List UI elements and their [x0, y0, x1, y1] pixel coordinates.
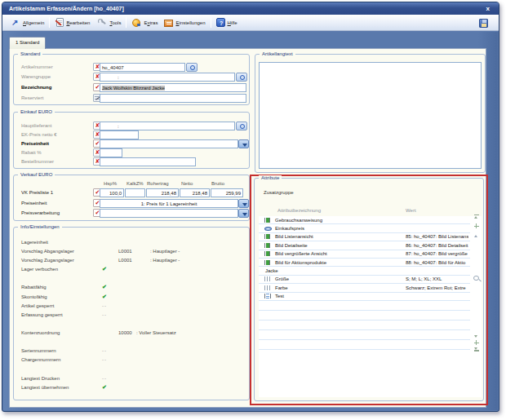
warengruppe-input[interactable]: :	[100, 73, 235, 82]
artikelnummer-browse-button[interactable]	[186, 63, 198, 72]
scroll-to-bottom-icon[interactable]	[474, 347, 479, 351]
info-row-status[interactable]	[102, 376, 118, 381]
hauptlieferant-browse-button[interactable]	[236, 122, 247, 130]
vk-preiseinheit-dropdown-button[interactable]	[238, 199, 249, 208]
attribute-name: Jacke	[265, 268, 278, 273]
magnifier-icon[interactable]	[473, 276, 481, 283]
bestellnummer-label: Bestellnummer	[21, 159, 54, 164]
attribute-name: Bild Detailseite	[275, 243, 308, 248]
info-row-label: Vorschlag Zugangslager	[21, 258, 102, 263]
attribute-name: Farbe	[275, 285, 288, 290]
menu-separator	[49, 17, 50, 28]
bestellnummer-input[interactable]	[100, 157, 196, 166]
attribute-type-icon	[264, 243, 270, 248]
info-row: Rabattfähig	[21, 283, 246, 292]
info-row-label: Lagereinheit	[21, 240, 102, 245]
info-row: Lager verbuchen	[21, 265, 246, 274]
info-row-label: Skontofähig	[21, 294, 102, 299]
attribute-type-icon	[264, 294, 271, 298]
attribute-row-icon-cell	[264, 234, 275, 239]
info-row-label: Lager verbuchen	[21, 267, 102, 272]
attribute-row[interactable]: Bild vergrößerte Ansicht 87: ho_40407: B…	[259, 250, 470, 259]
rabatt-input[interactable]	[100, 148, 122, 157]
menu-separator	[211, 17, 211, 28]
vk-preiseinheit-select[interactable]: 1: Preis für 1 Lagereinheit	[100, 199, 238, 208]
scroll-buttons-bottom[interactable]	[473, 334, 479, 351]
scroll-to-top-icon[interactable]	[474, 214, 479, 219]
ek-preis-input[interactable]	[100, 130, 139, 139]
attribute-row[interactable]: Farbe Schwarz; Extrem Rot; Extre	[259, 284, 470, 292]
menu-separator	[126, 17, 126, 28]
col-rohertrag: Rohertrag	[147, 181, 169, 186]
attribute-rows: Gebrauchsanweisung Einkaufspreis	[259, 216, 482, 301]
add-row-icon[interactable]	[474, 223, 479, 228]
attribute-row[interactable]: Test	[259, 293, 470, 301]
artikelnummer-input[interactable]: ho_40407	[100, 63, 185, 72]
info-row-code: L0001	[118, 249, 150, 254]
kalkz-input[interactable]	[125, 188, 145, 197]
scroll-down-icon[interactable]	[474, 334, 479, 338]
hauptlieferant-input[interactable]: :	[100, 122, 235, 130]
bezeichnung-input[interactable]: Jack Wolfskin Blizzard Jacke	[100, 83, 246, 92]
attribute-name: Größe	[275, 276, 289, 281]
menu-extras[interactable]: Extras	[128, 16, 161, 29]
info-row-status[interactable]	[102, 284, 118, 290]
rohertrag-input[interactable]: 218,48	[146, 188, 179, 197]
col-kalkz: KalkZ%	[126, 181, 144, 186]
preiseinheit-dropdown-button[interactable]	[238, 139, 249, 148]
info-row-code: L0001	[118, 258, 150, 263]
bezeichnung-label: Bezeichnung	[21, 85, 51, 90]
menu-hilfe[interactable]: Hilfe	[213, 16, 241, 29]
close-button[interactable]: x	[484, 5, 492, 12]
warengruppe-browse-button[interactable]	[236, 73, 247, 82]
attribute-row[interactable]: Jacke	[259, 267, 470, 275]
attribute-row[interactable]: Bild für Aktionsprodukte 88: ho_40407: B…	[259, 259, 470, 267]
info-row-status[interactable]	[102, 357, 118, 362]
bearbeiten-icon	[56, 18, 64, 27]
tab-standard[interactable]: 1 Standard	[9, 37, 46, 49]
scroll-buttons-top[interactable]	[473, 214, 479, 238]
info-row-status[interactable]	[102, 266, 118, 272]
save-icon[interactable]	[479, 19, 488, 28]
attribute-type-icon	[264, 251, 270, 256]
preiseinheit-select[interactable]	[100, 139, 238, 148]
window-title: Artikelstamm Erfassen/Ändern [ho_40407]	[9, 6, 484, 11]
attribute-row-icon-cell	[264, 227, 275, 231]
preisverarbeitung-dropdown-button[interactable]	[238, 209, 249, 218]
info-row-status[interactable]	[102, 294, 118, 300]
hsp-input[interactable]: 100,0	[100, 188, 124, 197]
menu-allgemein[interactable]: Allgemein	[7, 16, 47, 29]
group-langtext: Artikellangtext	[255, 54, 486, 173]
attribute-type-icon	[264, 218, 270, 223]
info-row: Vorschlag Abgangslager L0001 : Hauptlage…	[21, 246, 246, 255]
info-row-label: Erfassung gesperrt	[21, 312, 102, 317]
group-verkauf: Verkauf EURO Hsp% KalkZ% Rohertrag Netto…	[13, 175, 250, 221]
main-area: 1 Standard Standard Artikelnummer ho_404…	[3, 32, 498, 410]
info-row-label: Langtext Drucken	[21, 376, 102, 381]
attribute-row[interactable]: Größe S; M; L; XL; XXL	[259, 276, 470, 284]
attribute-row-icon-cell	[264, 218, 275, 223]
attribute-row[interactable]: Bild Detailseite 86: ho_40407: Bild Deta…	[259, 241, 470, 250]
preisverarbeitung-select[interactable]	[100, 209, 238, 218]
scroll-up-icon[interactable]	[474, 233, 479, 238]
group-attribute: Attribute Zusatzgruppe Attributbezeichnu…	[254, 178, 484, 401]
info-row-status[interactable]	[102, 303, 118, 308]
menu-bearbeiten[interactable]: Bearbeiten	[51, 16, 93, 29]
info-row-status[interactable]	[102, 348, 118, 353]
netto-input[interactable]: 218,48	[180, 188, 210, 197]
menu-tools[interactable]: Tools	[93, 15, 124, 29]
menu-einstellungen[interactable]: Einstellungen	[161, 16, 208, 29]
add-row-icon[interactable]	[474, 340, 479, 345]
info-row-status[interactable]	[102, 312, 118, 317]
zusatzgruppe-label: Zusatzgruppe	[264, 190, 294, 195]
langtext-textarea[interactable]	[259, 62, 482, 169]
attribute-type-icon	[264, 276, 272, 281]
brutto-input[interactable]: 259,99	[211, 188, 243, 197]
attribute-row[interactable]: Einkaufspreis	[259, 224, 470, 232]
attribute-row[interactable]: Gebrauchsanweisung	[259, 216, 470, 224]
reserviert-input[interactable]	[100, 94, 246, 103]
attribute-row[interactable]: Bild Listenansicht 85: ho_40407: Bild Li…	[259, 233, 470, 241]
info-row-status[interactable]	[102, 384, 118, 391]
info-row: Vorschlag Zugangslager L0001 : Hauptlage…	[21, 255, 246, 264]
title-bar[interactable]: Artikelstamm Erfassen/Ändern [ho_40407] …	[2, 2, 499, 15]
